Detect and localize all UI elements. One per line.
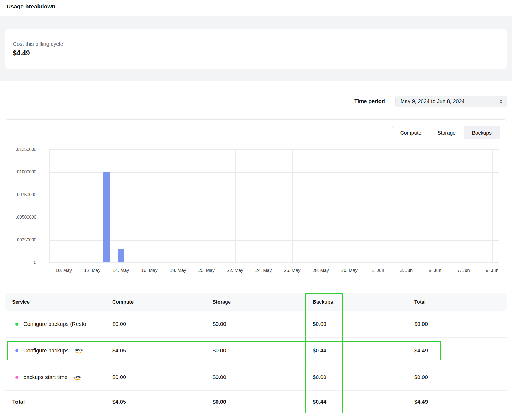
aws-logo-icon: aws (73, 374, 81, 380)
time-period-value: May 9, 2024 to Jun 8, 2024 (400, 98, 464, 104)
total-total-value: $4.49 (414, 399, 507, 405)
x-axis-tick-label: 30. May (341, 268, 357, 273)
service-cell: Configure backupsaws (5, 348, 112, 354)
series-color-dot (15, 376, 18, 379)
x-axis-tick-label: 10. May (55, 268, 72, 273)
v-gridline (235, 150, 236, 262)
time-period-row: Time period May 9, 2024 to Jun 8, 2024 (0, 96, 512, 107)
total-backups-value: $0.44 (313, 399, 414, 405)
total-storage-value: $0.00 (213, 399, 313, 405)
total-value: $0.00 (414, 374, 507, 380)
time-period-label: Time period (354, 98, 385, 104)
column-header-backups: Backups (313, 299, 414, 305)
v-gridline (464, 150, 464, 262)
usage-table-body: Configure backups (Resto$0.00$0.00$0.00$… (5, 311, 507, 391)
updown-chevron-icon (499, 99, 503, 104)
service-name: Configure backups (Resto (23, 321, 86, 327)
table-row: backups start timeaws$0.00$0.00$0.00$0.0… (5, 364, 507, 391)
tab-backups[interactable]: Backups (464, 126, 500, 139)
service-cell: Configure backups (Resto (5, 321, 112, 327)
v-gridline (150, 150, 150, 262)
x-axis-tick-label: 1. Jun (372, 268, 384, 273)
v-gridline (93, 150, 93, 262)
x-axis-tick-label: 12. May (84, 268, 100, 273)
column-header-total: Total (414, 299, 507, 305)
service-name: Configure backups (23, 348, 69, 354)
backups-value: $0.44 (313, 348, 414, 354)
h-gridline (50, 240, 499, 241)
total-compute-value: $4.05 (112, 399, 213, 405)
compute-value: $0.00 (112, 321, 213, 327)
cost-card-value: $4.49 (13, 49, 507, 57)
table-header-row: Service Compute Storage Backups Total (5, 293, 507, 311)
x-axis-tick-label: 26. May (284, 268, 300, 273)
compute-value: $4.05 (112, 348, 213, 354)
total-value: $0.00 (414, 321, 507, 327)
v-gridline (407, 150, 407, 262)
chart-bar[interactable] (118, 249, 124, 262)
v-gridline (492, 150, 493, 262)
x-axis-tick-label: 22. May (227, 268, 243, 273)
x-axis-tick-label: 5. Jun (429, 268, 441, 273)
tab-compute[interactable]: Compute (392, 126, 429, 139)
storage-value: $0.00 (213, 321, 313, 327)
x-axis-tick-label: 20. May (198, 268, 214, 273)
table-total-row: Total $4.05 $0.00 $0.44 $4.49 (5, 391, 507, 413)
chart-x-axis-labels: 10. May12. May14. May16. May18. May20. M… (49, 268, 499, 275)
storage-value: $0.00 (213, 374, 313, 380)
v-gridline (292, 150, 293, 262)
v-gridline (435, 150, 435, 262)
total-value: $4.49 (414, 348, 507, 354)
y-axis-tick-label: .00250000 (16, 238, 36, 243)
x-axis-tick-label: 18. May (170, 268, 186, 273)
y-axis-tick-label: .01000000 (16, 170, 36, 174)
y-axis-tick-label: 0 (34, 260, 36, 265)
h-gridline (50, 172, 499, 173)
x-axis-tick-label: 7. Jun (457, 268, 470, 273)
x-axis-tick-label: 28. May (312, 268, 329, 273)
cost-card-label: Cost this billing cycle (13, 40, 507, 47)
backups-value: $0.00 (313, 374, 414, 380)
x-axis-tick-label: 3. Jun (400, 268, 413, 273)
chart-plot-area (49, 149, 499, 263)
chart-bar[interactable] (103, 172, 110, 262)
cost-card: Cost this billing cycle $4.49 (5, 29, 507, 69)
series-color-dot (15, 349, 18, 352)
v-gridline (121, 150, 121, 262)
v-gridline (378, 150, 378, 262)
backups-value: $0.00 (313, 321, 414, 327)
x-axis-tick-label: 24. May (255, 268, 272, 273)
tab-storage[interactable]: Storage (429, 126, 464, 139)
v-gridline (321, 150, 321, 262)
cost-summary-band: Cost this billing cycle $4.49 (0, 16, 512, 81)
chart-tab-group: ComputeStorageBackups (392, 126, 500, 139)
table-row: Configure backups (Resto$0.00$0.00$0.00$… (5, 311, 507, 338)
h-gridline (50, 218, 499, 218)
total-row-label: Total (5, 399, 112, 405)
x-axis-tick-label: 9. Jun (486, 268, 498, 273)
v-gridline (264, 150, 264, 262)
aws-logo-icon: aws (75, 348, 83, 354)
storage-value: $0.00 (213, 348, 313, 354)
service-cell: backups start timeaws (5, 374, 112, 380)
v-gridline (178, 150, 178, 262)
x-axis-tick-label: 16. May (141, 268, 157, 273)
x-axis-tick-label: 14. May (113, 268, 129, 273)
h-gridline (50, 195, 499, 195)
table-row: Configure backupsaws$4.05$0.00$0.44$4.49 (5, 338, 507, 364)
compute-value: $0.00 (112, 374, 213, 380)
y-axis-tick-label: .01250000 (16, 147, 36, 152)
column-header-service: Service (5, 299, 112, 305)
chart-y-axis-labels: .01250000.01000000.00750000.00500000.002… (5, 149, 36, 263)
v-gridline (207, 150, 207, 262)
y-axis-tick-label: .00500000 (16, 215, 36, 220)
usage-table: Service Compute Storage Backups Total Co… (5, 293, 507, 413)
time-period-select[interactable]: May 9, 2024 to Jun 8, 2024 (395, 96, 507, 107)
page-title: Usage breakdown (0, 0, 512, 16)
v-gridline (350, 150, 350, 262)
column-header-storage: Storage (213, 299, 313, 305)
service-name: backups start time (23, 374, 67, 380)
column-header-compute: Compute (112, 299, 213, 305)
v-gridline (64, 150, 64, 262)
series-color-dot (15, 323, 18, 326)
